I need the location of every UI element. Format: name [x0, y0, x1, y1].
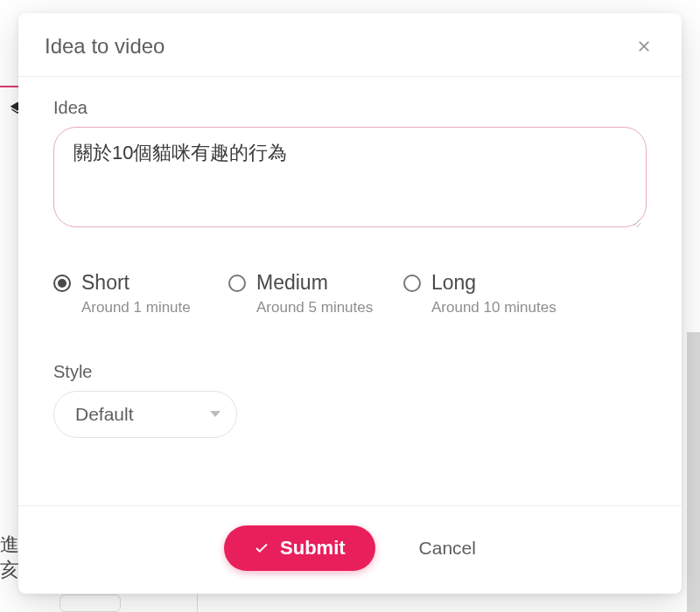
style-selected-value: Default: [75, 404, 134, 425]
idea-textarea-wrap: [53, 127, 647, 231]
radio-label: Short: [81, 271, 191, 296]
style-label: Style: [53, 362, 647, 382]
modal-header: Idea to video: [18, 13, 682, 77]
radio-sublabel: Around 1 minute: [81, 299, 191, 316]
style-section: Style Default: [53, 362, 647, 438]
radio-sublabel: Around 10 minutes: [431, 299, 556, 316]
check-icon: [254, 540, 270, 556]
idea-label: Idea: [53, 98, 647, 118]
length-option-short[interactable]: Short Around 1 minute: [53, 271, 228, 316]
bg-right-shade: [687, 332, 700, 612]
radio-texts: Short Around 1 minute: [81, 271, 191, 316]
length-option-medium[interactable]: Medium Around 5 minutes: [228, 271, 403, 316]
close-button[interactable]: [633, 35, 655, 58]
bg-accent-line: [0, 86, 19, 87]
radio-label: Long: [431, 271, 556, 296]
modal-footer: Submit Cancel: [18, 505, 682, 594]
radio-icon: [403, 275, 421, 292]
radio-sublabel: Around 5 minutes: [256, 299, 373, 316]
length-option-long[interactable]: Long Around 10 minutes: [403, 271, 596, 316]
chevron-down-icon: [210, 411, 220, 417]
style-dropdown[interactable]: Default: [53, 391, 237, 438]
radio-icon: [228, 275, 246, 292]
idea-input[interactable]: [53, 127, 647, 227]
modal-body: Idea Short Around 1 minute Medium Around…: [18, 77, 682, 505]
radio-texts: Long Around 10 minutes: [431, 271, 556, 316]
submit-button[interactable]: Submit: [224, 525, 375, 571]
submit-label: Submit: [280, 537, 346, 560]
idea-to-video-modal: Idea to video Idea Short Around 1 minute…: [18, 13, 682, 594]
bg-pill: [60, 595, 121, 612]
radio-texts: Medium Around 5 minutes: [256, 271, 373, 316]
modal-title: Idea to video: [45, 34, 164, 59]
radio-label: Medium: [256, 271, 373, 296]
cancel-button[interactable]: Cancel: [419, 538, 476, 559]
bg-partial-text: 進 亥: [0, 532, 19, 582]
length-radio-group: Short Around 1 minute Medium Around 5 mi…: [53, 271, 647, 316]
radio-icon: [53, 275, 71, 292]
close-icon: [636, 38, 652, 54]
